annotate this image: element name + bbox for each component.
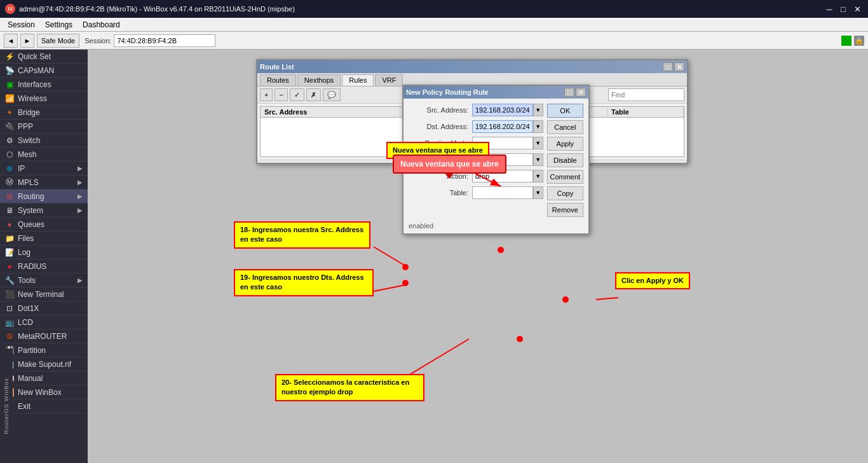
sidebar-label-capsman: CAPsMAN	[18, 66, 54, 75]
dst-address-value[interactable]: 192.168.202.0/24	[472, 120, 533, 133]
sidebar-label-switch: Switch	[18, 136, 40, 145]
menu-settings[interactable]: Settings	[40, 19, 78, 31]
interface-dropdown-arrow[interactable]: ▼	[533, 153, 543, 166]
maximize-button[interactable]: □	[837, 3, 849, 15]
sidebar-label-ppp: PPP	[18, 122, 33, 131]
sidebar-item-queues[interactable]: ♦ Queues	[0, 218, 88, 232]
remove-button[interactable]: −	[275, 88, 287, 101]
sidebar-item-tools[interactable]: 🔧 Tools ▶	[0, 273, 88, 287]
src-address-value[interactable]: 192.168.203.0/24	[472, 104, 533, 116]
mesh-icon: ⬡	[5, 150, 14, 159]
sidebar-item-new-terminal[interactable]: ⬛ New Terminal	[0, 287, 88, 301]
sidebar-item-capsman[interactable]: 📡 CAPsMAN	[0, 64, 88, 78]
routing-mark-dropdown-arrow[interactable]: ▼	[533, 137, 543, 149]
policy-dialog-titlebar: New Policy Routing Rule □ ✕	[403, 86, 588, 99]
enable-button[interactable]: ✓	[290, 88, 304, 101]
sidebar-label-system: System	[18, 206, 43, 215]
sidebar-item-system[interactable]: 🖥 System ▶	[0, 204, 88, 218]
svg-point-6	[402, 264, 409, 270]
menu-session[interactable]: Session	[3, 19, 40, 31]
apply-button[interactable]: Apply	[547, 137, 583, 151]
enabled-status: enabled	[403, 222, 588, 233]
sidebar-item-log[interactable]: 📝 Log	[0, 245, 88, 259]
sidebar-item-wireless[interactable]: 📶 Wireless	[0, 92, 88, 106]
col-src-address: Src. Address	[261, 107, 400, 117]
sidebar-item-files[interactable]: 📁 Files	[0, 232, 88, 245]
src-address-label: Src. Address:	[409, 106, 472, 114]
add-button[interactable]: +	[260, 88, 273, 101]
sidebar-item-dot1x[interactable]: ⊡ Dot1X	[0, 301, 88, 315]
sidebar-item-mpls[interactable]: Ⓜ MPLS ▶	[0, 176, 88, 190]
svg-point-7	[402, 280, 409, 286]
annotation-action-drop: 20- Seleccionamos la caracteristica en n…	[275, 374, 424, 401]
safe-mode-button[interactable]: Safe Mode	[37, 34, 79, 48]
nav-back-button[interactable]: ◄	[4, 34, 18, 48]
disable-button[interactable]: Disable	[547, 153, 583, 167]
tab-routes[interactable]: Routes	[260, 74, 296, 86]
tab-rules[interactable]: Rules	[342, 74, 374, 86]
routing-arrow-icon: ▶	[78, 193, 83, 200]
sidebar-label-exit: Exit	[18, 402, 31, 411]
sidebar-label-dot1x: Dot1X	[18, 304, 39, 313]
sidebar-item-interfaces[interactable]: ▣ Interfaces	[0, 78, 88, 92]
copy-button[interactable]: Copy	[547, 186, 583, 200]
route-list-close-btn[interactable]: ✕	[674, 62, 684, 71]
capsman-icon: 📡	[5, 66, 14, 75]
tab-vrf[interactable]: VRF	[375, 74, 403, 86]
policy-dialog-close-btn[interactable]: ✕	[576, 88, 586, 97]
cancel-button[interactable]: Cancel	[547, 120, 583, 134]
log-icon: 📝	[5, 248, 14, 257]
sidebar-item-new-winbox[interactable]: 🪟 New WinBox	[0, 385, 88, 399]
policy-dialog-maximize-btn[interactable]: □	[564, 88, 574, 97]
sidebar-item-ppp[interactable]: 🔌 PPP	[0, 120, 88, 134]
close-button[interactable]: ✕	[851, 3, 863, 15]
sidebar-label-new-winbox: New WinBox	[18, 388, 62, 397]
sidebar-item-quick-set[interactable]: ⚡ Quick Set	[0, 50, 88, 64]
src-address-dropdown-arrow[interactable]: ▼	[533, 104, 543, 116]
action-dropdown-arrow[interactable]: ▼	[533, 170, 543, 183]
sidebar-label-quick-set: Quick Set	[18, 52, 51, 61]
svg-line-2	[374, 285, 405, 291]
sidebar-label-queues: Queues	[18, 220, 44, 229]
sidebar-item-routing[interactable]: ⊞ Routing ▶	[0, 190, 88, 204]
route-list-maximize-btn[interactable]: □	[663, 62, 673, 71]
tab-nexthops[interactable]: Nexthops	[297, 74, 341, 86]
lock-icon: 🔒	[854, 36, 864, 46]
remove-dialog-button[interactable]: Remove	[547, 203, 583, 217]
sidebar-item-radius[interactable]: ● RADIUS	[0, 259, 88, 273]
sidebar-item-manual[interactable]: 📖 Manual	[0, 371, 88, 385]
table-row: Table: ▼	[409, 186, 543, 199]
sidebar-label-routing: Routing	[18, 192, 44, 201]
dst-address-dropdown-arrow[interactable]: ▼	[533, 120, 543, 133]
content-area: Route List □ ✕ Routes Nexthops Rules VRF…	[88, 50, 868, 463]
ok-button[interactable]: OK	[547, 104, 583, 118]
sidebar-item-mesh[interactable]: ⬡ Mesh	[0, 148, 88, 162]
disable-x-button[interactable]: ✗	[306, 88, 321, 101]
sidebar-item-exit[interactable]: 🚪 Exit	[0, 399, 88, 413]
sidebar-label-mpls: MPLS	[18, 178, 39, 187]
files-icon: 📁	[5, 234, 14, 243]
table-dropdown-arrow[interactable]: ▼	[533, 186, 543, 199]
sidebar-item-bridge[interactable]: ✦ Bridge	[0, 106, 88, 120]
sidebar: ⚡ Quick Set 📡 CAPsMAN ▣ Interfaces 📶 Wir…	[0, 50, 88, 463]
dialog-buttons: OK Cancel Apply Disable Comment Copy Rem…	[547, 104, 583, 217]
sidebar-item-metarouter[interactable]: ⚙ MetaROUTER	[0, 329, 88, 343]
nav-fwd-button[interactable]: ►	[20, 34, 34, 48]
menu-dashboard[interactable]: Dashboard	[78, 19, 125, 31]
minimize-button[interactable]: ─	[824, 3, 835, 15]
sidebar-label-bridge: Bridge	[18, 108, 40, 117]
find-input[interactable]	[608, 88, 684, 101]
table-value[interactable]	[472, 186, 533, 199]
comment-button[interactable]: 💬	[323, 88, 341, 101]
comment-dialog-button[interactable]: Comment	[547, 170, 583, 184]
sidebar-label-manual: Manual	[18, 374, 43, 383]
sidebar-item-ip[interactable]: ⊕ IP ▶	[0, 162, 88, 176]
sidebar-item-switch[interactable]: ⚙ Switch	[0, 134, 88, 148]
col-table: Table	[607, 107, 684, 117]
dot1x-icon: ⊡	[5, 304, 14, 313]
system-icon: 🖥	[5, 206, 14, 215]
sidebar-item-lcd[interactable]: 📺 LCD	[0, 315, 88, 329]
sidebar-item-make-supout[interactable]: 📄 Make Supout.rif	[0, 357, 88, 371]
sidebar-label-wireless: Wireless	[18, 94, 47, 103]
sidebar-item-partition[interactable]: 💾 Partition	[0, 343, 88, 357]
